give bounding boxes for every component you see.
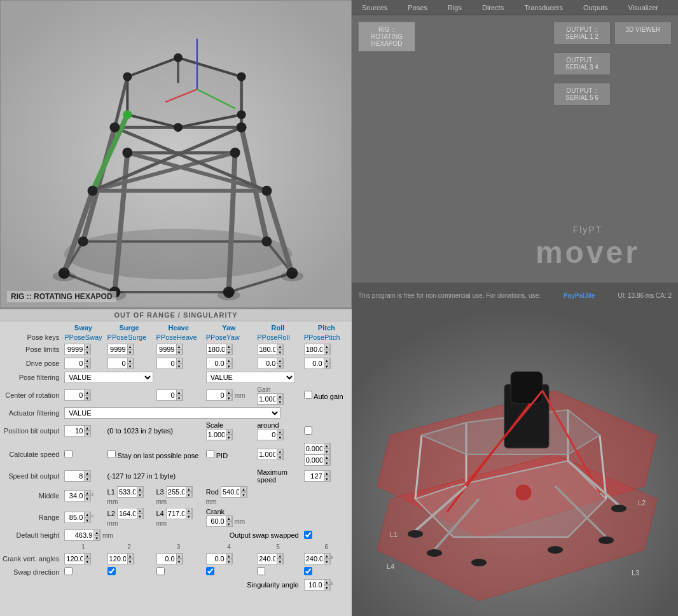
- l1-input[interactable]: ▲▼: [117, 486, 144, 498]
- middle-input[interactable]: ▲▼: [64, 490, 91, 501]
- svg-point-35: [237, 122, 247, 132]
- 3d-viewer-card[interactable]: 3D VIEWER: [614, 22, 672, 45]
- pose-limit-yaw-input[interactable]: ▲▼: [206, 344, 233, 355]
- pid-val2-input[interactable]: ▲▼: [304, 443, 331, 454]
- rig-rotating-hexapod-card[interactable]: RIG ::ROTATINGHEXAPOD: [358, 22, 415, 52]
- svg-point-43: [280, 271, 303, 281]
- l4-input[interactable]: ▲▼: [166, 508, 193, 519]
- swap-dir-5-checkbox[interactable]: [257, 567, 265, 575]
- swap-direction-row: Swap direction: [0, 566, 352, 578]
- output-serial-34-card[interactable]: OUTPUT :: SERIAL 3 4: [553, 52, 611, 75]
- speed-bit-input[interactable]: ▲▼: [64, 470, 91, 482]
- stay-on-last-checkbox[interactable]: [107, 450, 116, 458]
- position-bit-input[interactable]: ▲▼: [64, 425, 91, 437]
- nav-directs[interactable]: Directs: [472, 0, 514, 15]
- pose-limit-sway-input[interactable]: ▲▼: [64, 344, 91, 355]
- actuator-filtering-select[interactable]: VALUE: [64, 407, 280, 419]
- rod-input[interactable]: ▲▼: [221, 486, 247, 498]
- pose-key-sway: PPoseSway: [64, 333, 102, 341]
- drive-pose-sway-input[interactable]: ▲▼: [64, 358, 91, 369]
- pose-limit-roll-input[interactable]: ▲▼: [257, 344, 284, 355]
- pose-limit-pitch-input[interactable]: ▲▼: [304, 344, 331, 355]
- range-input[interactable]: ▲▼: [64, 512, 91, 523]
- pose-keys-row: Pose keys PPoseSway PPoseSurge PPoseHeav…: [0, 332, 352, 342]
- l1-viewer-label: L1: [390, 531, 398, 538]
- default-height-label: Default height: [0, 528, 62, 542]
- output-serial-12-card[interactable]: OUTPUT :: SERIAL 1 2: [553, 22, 611, 45]
- scale-input[interactable]: ▲▼: [206, 429, 233, 440]
- drive-pose-heave-input[interactable]: ▲▼: [156, 358, 183, 369]
- range-l2-row: Range ▲▼° L2 ▲▼ mm L4 ▲▼ mm Crank ▲▼ mm: [0, 507, 352, 528]
- pid-checkbox[interactable]: [206, 450, 214, 458]
- svg-point-34: [122, 148, 132, 158]
- cor-x-input[interactable]: ▲▼: [64, 389, 91, 401]
- controls-panel: OUT OF RANGE / SINGULARITY Sway Surge He…: [0, 308, 352, 616]
- nav-visualizer[interactable]: Visualizer: [618, 0, 668, 15]
- svg-point-25: [174, 53, 183, 62]
- crank-angle-3-input[interactable]: ▲▼: [156, 553, 183, 564]
- auto-gain-checkbox[interactable]: [304, 391, 312, 399]
- nav-rigs[interactable]: Rigs: [438, 0, 472, 15]
- calc-speed-checkbox[interactable]: [64, 450, 73, 458]
- drive-pose-pitch-input[interactable]: ▲▼: [304, 358, 331, 369]
- singularity-angle-input[interactable]: ▲▼: [304, 579, 331, 591]
- crank-angle-4-input[interactable]: ▲▼: [206, 553, 233, 564]
- footer-text: This program is free for non commercial …: [358, 292, 541, 299]
- nav-poses[interactable]: Poses: [398, 0, 438, 15]
- swap-dir-1-checkbox[interactable]: [64, 567, 73, 575]
- swap-dir-3-checkbox[interactable]: [156, 567, 165, 575]
- drive-pose-label: Drive pose: [0, 356, 62, 370]
- header-roll: Roll: [254, 321, 301, 332]
- nav-sources[interactable]: Sources: [352, 0, 398, 15]
- crank-angle-6-input[interactable]: ▲▼: [304, 553, 331, 564]
- crank-angle-1-input[interactable]: ▲▼: [64, 553, 91, 564]
- speed-bit-label: Speed bit output: [0, 467, 62, 485]
- svg-point-69: [548, 546, 563, 554]
- l2-input[interactable]: ▲▼: [117, 508, 144, 519]
- pose-filtering-right-select[interactable]: VALUE: [206, 372, 295, 383]
- controls-table: Sway Surge Heave Yaw Roll Pitch Pose key…: [0, 321, 352, 592]
- svg-point-29: [123, 110, 132, 119]
- nav-transducers[interactable]: Transducers: [514, 0, 573, 15]
- default-height-input[interactable]: ▲▼: [64, 529, 100, 541]
- pose-filtering-left-select[interactable]: VALUE: [64, 372, 153, 383]
- output-serial-56-card[interactable]: OUTPUT :: SERIAL 5 6: [553, 83, 611, 106]
- nav-outputs[interactable]: Outputs: [573, 0, 618, 15]
- swap-dir-2-checkbox[interactable]: [107, 567, 116, 575]
- pid-val3-input[interactable]: ▲▼: [304, 454, 331, 466]
- swap-direction-label: Swap direction: [0, 566, 62, 578]
- svg-point-41: [78, 236, 88, 246]
- svg-rect-56: [511, 372, 543, 403]
- drive-pose-roll-input[interactable]: ▲▼: [257, 358, 284, 369]
- around-input[interactable]: ▲▼: [257, 429, 284, 440]
- pose-limits-row: Pose limits ▲▼ ▲▼ ▲▼ ▲▼ ▲▼ ▲▼: [0, 342, 352, 356]
- svg-point-67: [598, 536, 614, 544]
- range-label: Range: [0, 507, 62, 528]
- cor-y-input[interactable]: ▲▼: [156, 389, 183, 401]
- gain-input[interactable]: ▲▼: [257, 393, 284, 405]
- crank-angle-2-input[interactable]: ▲▼: [107, 553, 134, 564]
- actuator-filtering-label: Actuator filtering: [0, 406, 62, 420]
- svg-point-40: [261, 236, 272, 246]
- cor-z-input[interactable]: ▲▼: [206, 389, 233, 401]
- crank-angle-5-input[interactable]: ▲▼: [257, 553, 284, 564]
- swap-dir-4-checkbox[interactable]: [206, 567, 214, 575]
- l3-input[interactable]: ▲▼: [166, 486, 193, 498]
- output-swap-checkbox[interactable]: [304, 531, 312, 539]
- drive-pose-yaw-input[interactable]: ▲▼: [206, 358, 233, 369]
- svg-point-45: [218, 290, 240, 300]
- max-speed-input[interactable]: ▲▼: [304, 470, 331, 482]
- pose-limit-surge-input[interactable]: ▲▼: [107, 344, 134, 355]
- actuator-filtering-row: Actuator filtering VALUE: [0, 406, 352, 420]
- around-label: around: [257, 421, 279, 429]
- position-bit-row: Position bit output ▲▼ (0 to 1023 in 2 b…: [0, 420, 352, 442]
- position-bit-label: Position bit output: [0, 420, 62, 442]
- swap-dir-6-checkbox[interactable]: [304, 567, 312, 575]
- around-check[interactable]: [304, 426, 312, 435]
- crank-input[interactable]: ▲▼: [206, 515, 233, 527]
- brand-area: FlyPT mover: [536, 225, 640, 270]
- pose-limit-heave-input[interactable]: ▲▼: [156, 344, 183, 355]
- drive-pose-surge-input[interactable]: ▲▼: [107, 358, 134, 369]
- paypal-link[interactable]: PayPal.Me: [564, 292, 595, 299]
- pid-val1-input[interactable]: ▲▼: [257, 449, 284, 460]
